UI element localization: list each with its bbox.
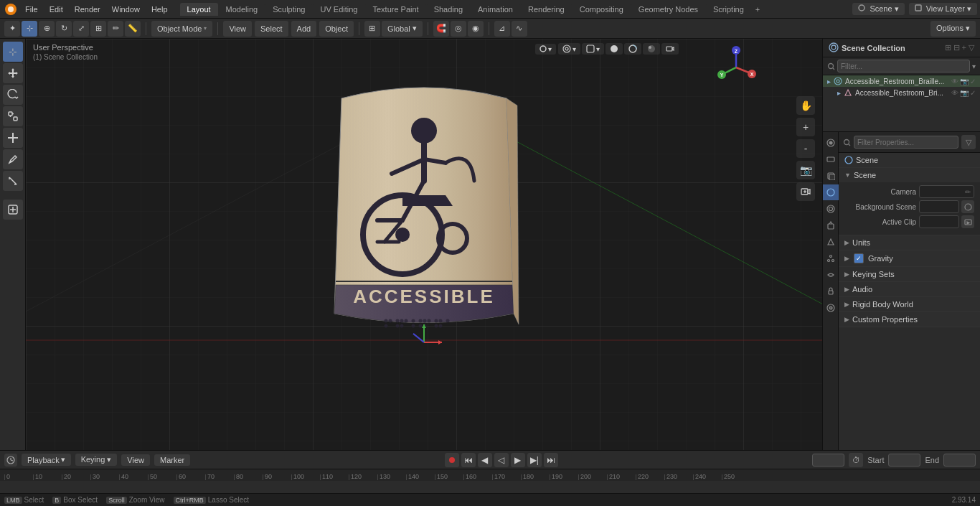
- tab-sculpting[interactable]: Sculpting: [265, 3, 312, 16]
- tab-texture-paint[interactable]: Texture Paint: [365, 3, 425, 16]
- menu-render[interactable]: Render: [70, 4, 105, 15]
- outliner-select-icon[interactable]: ✓: [970, 78, 976, 85]
- transport-next-frame-btn[interactable]: ▶|: [527, 453, 542, 467]
- view-menu-button[interactable]: View: [223, 21, 252, 37]
- playback-btn[interactable]: Playback ▾: [22, 454, 71, 466]
- prop-output-tab[interactable]: [823, 151, 839, 167]
- prop-object-tab[interactable]: [823, 217, 839, 233]
- transport-jump-start-btn[interactable]: ⏮: [461, 453, 476, 467]
- viewport-overlays-btn[interactable]: ▾: [558, 43, 580, 55]
- hand-tool-btn[interactable]: ✋: [796, 96, 815, 115]
- select-menu-button[interactable]: Select: [255, 21, 288, 37]
- tab-scripting[interactable]: Scripting: [706, 3, 751, 16]
- outliner-filter-dropdown[interactable]: ▾: [972, 62, 976, 70]
- transport-prev-frame-btn[interactable]: ◀: [478, 453, 492, 467]
- prop-view-layer-tab[interactable]: [823, 168, 839, 184]
- custom-properties-header[interactable]: ▶ Custom Properties: [839, 312, 980, 327]
- outliner-search-input[interactable]: [837, 60, 970, 72]
- background-scene-field[interactable]: [919, 200, 959, 213]
- tab-shading[interactable]: Shading: [427, 3, 470, 16]
- outliner-visible-icon[interactable]: 👁: [951, 78, 958, 85]
- marker-btn[interactable]: Marker: [154, 454, 190, 466]
- camera-add-btn[interactable]: [796, 182, 815, 201]
- object-mode-button[interactable]: Object Mode ▾: [151, 21, 212, 37]
- graph-icon[interactable]: ⊿: [494, 21, 510, 37]
- menu-window[interactable]: Window: [107, 4, 145, 15]
- gravity-checkbox[interactable]: ✓: [854, 253, 864, 263]
- curve-icon[interactable]: ∿: [512, 21, 527, 37]
- properties-search-input[interactable]: [854, 136, 958, 149]
- transform-tool-icon[interactable]: ⊞: [90, 21, 106, 37]
- timeline-ruler[interactable]: 0 10 20 30 40 50 60 70 80 90 100 110 120…: [0, 469, 980, 481]
- audio-section-header[interactable]: ▶ Audio: [839, 282, 980, 296]
- proportional-edit-icon[interactable]: ◎: [451, 21, 466, 37]
- outliner-child-render-icon[interactable]: 📷: [960, 89, 969, 97]
- scale-tool-btn[interactable]: [3, 106, 23, 126]
- proportional-settings-icon[interactable]: ◉: [468, 21, 484, 37]
- outliner-render-icon[interactable]: 📷: [960, 78, 969, 85]
- camera-field[interactable]: ✏: [919, 185, 974, 198]
- measure-tool-btn[interactable]: [3, 171, 23, 191]
- transform-tool-btn[interactable]: [3, 128, 23, 148]
- view-layer-selector[interactable]: View Layer ▾: [909, 3, 977, 15]
- snap-icon[interactable]: 🧲: [433, 21, 449, 37]
- keying-sets-header[interactable]: ▶ Keying Sets: [839, 267, 980, 281]
- transport-play-btn[interactable]: ▶: [511, 453, 525, 467]
- transport-record-btn[interactable]: [445, 453, 459, 467]
- outliner-sort-btn[interactable]: ⊟: [953, 43, 960, 52]
- menu-edit[interactable]: Edit: [44, 4, 68, 15]
- add-menu-button[interactable]: Add: [291, 21, 317, 37]
- global-local-icon[interactable]: ⊞: [364, 21, 380, 37]
- prop-constraints-tab[interactable]: [823, 284, 839, 299]
- cursor-tool-btn[interactable]: ⊹: [3, 42, 23, 62]
- scene-section-header[interactable]: Scene: [839, 153, 980, 167]
- properties-filter-btn[interactable]: ▽: [961, 135, 976, 149]
- outliner-row-child[interactable]: ▸ Accessible_Restroom_Bri... 👁 📷 ✓: [823, 87, 980, 98]
- camera-view-btn[interactable]: 📷: [796, 161, 815, 179]
- tab-layout[interactable]: Layout: [180, 3, 218, 16]
- tab-uv-editing[interactable]: UV Editing: [313, 3, 364, 16]
- outliner-new-btn[interactable]: +: [962, 43, 966, 52]
- options-button[interactable]: Options ▾: [930, 21, 976, 37]
- units-section-header[interactable]: ▶ Units: [839, 235, 980, 250]
- annotate-tool-icon[interactable]: ✏: [108, 21, 123, 37]
- viewport[interactable]: ACCESSIBLE: [26, 39, 822, 463]
- viewport-rendered-btn[interactable]: [643, 43, 660, 55]
- menu-help[interactable]: Help: [146, 4, 173, 15]
- transform-space-button[interactable]: Global ▾: [382, 21, 423, 37]
- outliner-row-main[interactable]: ▸ Accessible_Restroom_Braille... 👁 📷 ✓: [823, 75, 980, 87]
- active-clip-field[interactable]: [919, 215, 959, 228]
- keying-btn[interactable]: Keying ▾: [75, 454, 118, 466]
- transport-jump-end-btn[interactable]: ⏭: [544, 453, 558, 467]
- select-tool-icon[interactable]: ✦: [4, 21, 20, 37]
- prop-physics-tab[interactable]: [823, 267, 839, 283]
- tab-geometry-nodes[interactable]: Geometry Nodes: [631, 3, 705, 16]
- outliner-filter2-btn[interactable]: ▽: [969, 43, 974, 52]
- prop-render-tab[interactable]: [823, 135, 839, 151]
- viewport-gizmo-btn[interactable]: ▾: [582, 43, 604, 55]
- viewport-solid-mode-btn[interactable]: [606, 43, 623, 55]
- move-tool-btn[interactable]: [3, 63, 23, 83]
- orientation-gizmo[interactable]: Z X Y: [715, 46, 758, 89]
- gravity-section-header[interactable]: ▶ ✓ Gravity: [839, 250, 980, 266]
- annotate-tool-btn[interactable]: [3, 149, 23, 169]
- outliner-child-select-icon[interactable]: ✓: [970, 89, 976, 97]
- prop-world-tab[interactable]: [823, 201, 839, 217]
- current-frame-field[interactable]: 1: [812, 454, 844, 467]
- background-scene-camera-icon[interactable]: [961, 200, 974, 213]
- fps-icon[interactable]: ⏱: [849, 453, 863, 467]
- add-workspace-button[interactable]: +: [752, 4, 763, 15]
- zoom-out-btn[interactable]: -: [796, 139, 815, 158]
- prop-particles-tab[interactable]: [823, 250, 839, 266]
- transport-play-rev-btn[interactable]: ◁: [494, 453, 509, 467]
- menu-file[interactable]: File: [20, 4, 43, 15]
- camera-pencil-icon[interactable]: ✏: [965, 188, 971, 196]
- viewport-shading-options[interactable]: ▾: [535, 44, 556, 55]
- tab-compositing[interactable]: Compositing: [573, 3, 631, 16]
- viewport-material-btn[interactable]: [624, 43, 641, 55]
- active-clip-icon[interactable]: [961, 215, 974, 228]
- tab-modeling[interactable]: Modeling: [219, 3, 265, 16]
- tab-rendering[interactable]: Rendering: [521, 3, 572, 16]
- rigid-body-world-header[interactable]: ▶ Rigid Body World: [839, 297, 980, 311]
- start-frame-field[interactable]: 1: [888, 454, 920, 467]
